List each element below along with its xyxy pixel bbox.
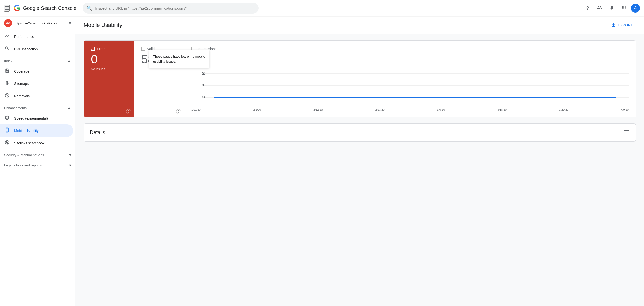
property-selector[interactable]: ae https://ae2scommunications.com... ▾ [0,16,75,30]
security-chevron-icon: ▾ [69,153,71,157]
valid-card[interactable]: Valid 58 ? These pages have few or no mo… [134,41,184,117]
error-count: 0 [91,53,127,66]
sidebar-item-url-inspection-label: URL inspection [14,47,38,51]
valid-tooltip: These pages have few or no mobile usabil… [149,50,209,68]
enhancements-chevron-icon: ▲ [67,106,71,110]
bell-icon [609,5,614,11]
download-icon [611,23,616,28]
topnav: ☰ Google Search Console 🔍 ? [0,0,644,16]
legacy-chevron-icon: ▾ [69,163,71,168]
impressions-card: Impressions Pages [184,41,636,117]
chart-svg: 3 2 1 0 [202,57,629,102]
apps-button[interactable] [619,3,629,13]
sidebar-item-sitelinks-searchbox-label: Sitelinks searchbox [14,141,45,145]
app-layout: ae https://ae2scommunications.com... ▾ P… [0,16,644,306]
hamburger-button[interactable]: ☰ [4,5,10,12]
search-bar[interactable]: 🔍 [83,3,259,14]
legacy-section-header[interactable]: Legacy tools and reports ▾ [0,159,75,170]
notifications-button[interactable] [607,3,617,13]
error-checkbox[interactable]: ✓ [91,47,95,51]
mobile-icon [4,127,10,134]
topnav-actions: ? A [583,3,640,13]
apps-icon [621,5,626,11]
account-manage-button[interactable] [595,3,605,13]
app-title: Google Search Console [23,5,76,11]
index-section-header[interactable]: Index ▲ [0,55,75,65]
details-card: Details [84,123,636,142]
details-header: Details [84,124,636,141]
svg-text:0: 0 [202,95,205,99]
sidebar-item-speed[interactable]: Speed (experimental) [0,112,73,124]
sidebar-item-speed-label: Speed (experimental) [14,116,48,120]
property-icon: ae [4,19,12,27]
page-header: Mobile Usability EXPORT [75,16,644,34]
filter-icon[interactable] [624,129,630,136]
user-avatar[interactable]: A [631,4,640,13]
sidebar-item-performance[interactable]: Performance [0,30,73,43]
people-icon [597,5,602,11]
sidebar-item-coverage[interactable]: Coverage [0,65,73,77]
valid-checkbox[interactable] [141,47,145,51]
index-section-label: Index [4,59,12,63]
error-help-icon[interactable]: ? [126,109,131,114]
enhancements-section-header[interactable]: Enhancements ▲ [0,102,75,112]
sidebar-item-removals[interactable]: Removals [0,90,73,102]
chart-x-labels: 1/21/20 2/1/20 2/12/20 2/23/20 3/6/20 3/… [191,107,629,111]
sidebar-item-coverage-label: Coverage [14,69,29,73]
removals-icon [4,93,10,99]
sidebar-item-mobile-usability[interactable]: Mobile Usability [0,124,73,137]
svg-text:1: 1 [202,83,205,87]
legacy-section-label: Legacy tools and reports [4,163,42,167]
sidebar-item-mobile-usability-label: Mobile Usability [14,129,39,133]
sidebar-item-sitemaps-label: Sitemaps [14,82,29,86]
security-section-header[interactable]: Security & Manual Actions ▾ [0,149,75,159]
valid-help-icon[interactable]: ? [176,109,181,114]
property-chevron-icon: ▾ [69,20,71,26]
sidebar-item-sitemaps[interactable]: Sitemaps [0,77,73,90]
sidebar: ae https://ae2scommunications.com... ▾ P… [0,16,75,306]
error-card[interactable]: ✓ Error 0 No issues ? [84,41,134,117]
sidebar-item-sitelinks-searchbox[interactable]: Sitelinks searchbox [0,137,73,149]
page-title: Mobile Usability [84,22,122,28]
svg-text:2: 2 [202,71,205,75]
help-icon: ? [586,5,589,11]
index-chevron-icon: ▲ [67,59,71,63]
security-section-label: Security & Manual Actions [4,153,44,157]
trending-up-icon [4,33,10,40]
error-subtitle: No issues [91,67,127,71]
sidebar-item-removals-label: Removals [14,94,30,98]
speed-icon [4,115,10,121]
coverage-icon [4,68,10,74]
export-button[interactable]: EXPORT [608,21,636,30]
details-title: Details [90,129,105,135]
summary-cards: ✓ Error 0 No issues ? Valid 58 ? [84,40,636,117]
sitelinks-icon [4,140,10,146]
search-icon: 🔍 [87,5,92,11]
impressions-card-label: Impressions [191,47,629,51]
search-input[interactable] [95,6,255,10]
search-small-icon [4,46,10,52]
google-logo-icon [14,5,21,12]
chart-wrapper: Pages 3 2 1 0 [202,57,629,107]
logo: Google Search Console [14,5,76,12]
main-content: ✓ Error 0 No issues ? Valid 58 ? [75,34,644,148]
sidebar-item-performance-label: Performance [14,35,34,39]
sidebar-item-url-inspection[interactable]: URL inspection [0,43,73,55]
error-card-label: ✓ Error [91,47,127,51]
sitemaps-icon [4,80,10,87]
help-button[interactable]: ? [583,3,593,13]
enhancements-section-label: Enhancements [4,106,27,110]
main-content-area: Mobile Usability EXPORT ✓ Error 0 No iss… [75,16,644,306]
property-url: https://ae2scommunications.com... [15,21,66,25]
chart-area: Pages 3 2 1 0 [191,53,629,111]
